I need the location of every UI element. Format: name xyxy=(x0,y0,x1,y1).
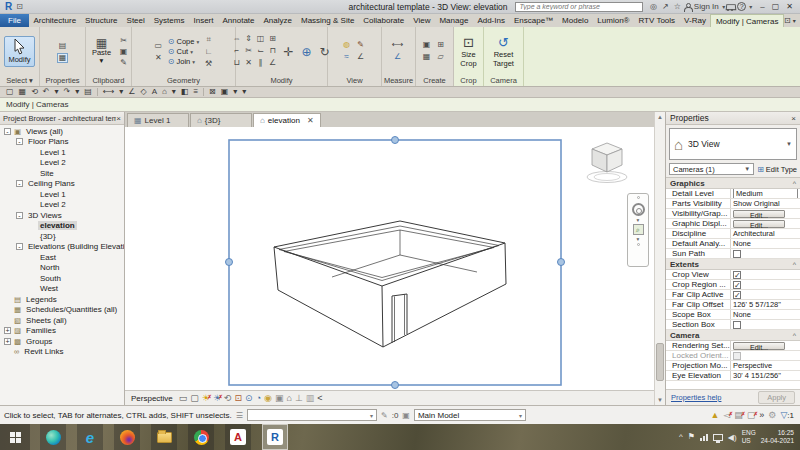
property-value[interactable]: None xyxy=(730,310,800,319)
demolish-hammer-icon[interactable]: ⚒ xyxy=(203,59,214,69)
edit-button[interactable]: Edit... xyxy=(733,220,785,228)
redo-icon[interactable]: ↷ xyxy=(62,87,73,97)
panel-label-view[interactable]: View xyxy=(328,76,381,86)
view-tab-elevation[interactable]: ⌂elevation✕ xyxy=(253,113,321,127)
paste-aligned-icon[interactable]: ▭ xyxy=(153,41,164,51)
property-value[interactable]: Edit... xyxy=(730,209,800,218)
match-type-properties-icon[interactable]: ✎ xyxy=(118,58,129,68)
pin-icon[interactable]: ⊓ xyxy=(267,46,278,56)
subscription-icon[interactable]: ↗ xyxy=(662,2,669,12)
section-header-extents[interactable]: Extents^ xyxy=(666,259,800,270)
restore-icon[interactable]: ▢ xyxy=(772,2,780,12)
measure-icon[interactable]: ⟷ xyxy=(101,87,116,97)
ribbon-tab-modify-cameras[interactable]: Modify | Cameras xyxy=(710,14,784,27)
tree-item-level-2[interactable]: Level 2 xyxy=(0,200,124,211)
copy-icon[interactable]: ⊕ xyxy=(299,44,314,59)
tag-by-category-icon[interactable]: ◇ xyxy=(138,87,148,97)
property-value[interactable]: Edit... xyxy=(730,219,800,228)
tree-item-west[interactable]: West xyxy=(0,284,124,295)
checkbox[interactable] xyxy=(733,250,741,258)
measure-between-references-icon[interactable]: ⟷ xyxy=(392,40,403,50)
unpin-icon[interactable]: ⊔ xyxy=(231,58,242,68)
temporary-hide-isolate-icon[interactable]: ◔ xyxy=(256,392,261,404)
checkbox[interactable]: ✓ xyxy=(733,281,741,289)
worksharing-display-icon[interactable]: ▥ xyxy=(306,392,315,404)
wall-joins-icon[interactable]: ⌗ xyxy=(203,35,214,45)
properties-palette-icon[interactable]: ▦ xyxy=(57,53,68,63)
panel-label-properties[interactable]: Properties xyxy=(40,76,85,86)
tree-item-3d-views[interactable]: -3D Views xyxy=(0,210,124,221)
collapse-icon[interactable]: - xyxy=(16,138,23,145)
scroll-down-icon[interactable]: ▼ xyxy=(657,395,663,405)
visual-style-icon[interactable]: ▢ xyxy=(190,392,199,404)
array-icon[interactable]: ⊞ xyxy=(267,34,278,44)
edit-button[interactable]: Edit... xyxy=(733,342,785,350)
hide-lightbulb-icon[interactable]: ◍ xyxy=(341,40,352,50)
ribbon-tab-enscape[interactable]: Enscape™ xyxy=(509,14,557,27)
element-filter-combo[interactable]: Cameras (1) ▼ xyxy=(669,163,754,175)
account-icon[interactable] xyxy=(683,3,691,11)
panel-label-modify[interactable]: Modify xyxy=(236,76,327,86)
thin-lines-icon[interactable]: ≡ xyxy=(191,87,200,97)
sun-path-icon[interactable]: ☀✗ xyxy=(202,392,210,404)
ribbon-tab-collaborate[interactable]: Collaborate xyxy=(359,14,409,27)
section-header-camera[interactable]: Camera^ xyxy=(666,330,800,341)
text-icon[interactable]: A xyxy=(150,87,159,97)
tree-item-level-2[interactable]: Level 2 xyxy=(0,158,124,169)
close-inactive-views-icon[interactable]: ⊠ xyxy=(207,87,218,97)
worksets-icon[interactable]: ▲ xyxy=(710,409,719,421)
search-binoculars-icon[interactable]: ◎ xyxy=(650,2,657,12)
internet-explorer-icon[interactable]: e xyxy=(77,424,103,450)
delete-geometry-icon[interactable]: ✕ xyxy=(153,53,164,63)
tree-item-site[interactable]: Site xyxy=(0,168,124,179)
show-crop-region-icon[interactable]: ⊡ xyxy=(235,392,243,404)
tree-item-groups[interactable]: +▩Groups xyxy=(0,336,124,347)
view-tab-level-1[interactable]: ▦Level 1 xyxy=(127,113,189,127)
ribbon-tab-view[interactable]: View xyxy=(409,14,435,27)
property-value[interactable]: Architectural xyxy=(730,229,800,238)
editing-requests-icon[interactable]: ▢✗ xyxy=(747,409,756,421)
tree-item-legends[interactable]: ▤Legends xyxy=(0,294,124,305)
3d-view-dropdown-icon[interactable]: ▾ xyxy=(170,87,178,97)
hidden-icons-chevron-icon[interactable]: ^ xyxy=(679,432,683,442)
ribbon-tab-massing-site[interactable]: Massing & Site xyxy=(296,14,358,27)
zoom-dropdown-icon[interactable]: ▾ xyxy=(637,236,640,242)
tree-item-views-all[interactable]: -▣Views (all) xyxy=(0,126,124,137)
tree-item-ceiling-plans[interactable]: -Ceiling Plans xyxy=(0,179,124,190)
reveal-hidden-elements-icon[interactable]: ◉ xyxy=(264,392,272,404)
customize-qat-icon[interactable]: ▾ xyxy=(240,87,248,97)
mirror-pick-axis-icon[interactable]: ◫ xyxy=(255,34,266,44)
crop-handle-bottom[interactable] xyxy=(392,382,399,389)
size-crop-button[interactable]: ⊡ Size Crop xyxy=(456,32,480,71)
edge-icon[interactable] xyxy=(40,424,66,450)
reveal-constraints-icon[interactable]: ⊥ xyxy=(295,392,303,404)
canvas[interactable]: ▾ ⌕ ▾ xyxy=(125,127,654,390)
shadows-icon[interactable]: ☀✗ xyxy=(213,392,221,404)
default-3d-view-icon[interactable]: ⌂ xyxy=(160,87,169,97)
property-value[interactable]: None xyxy=(730,239,800,248)
paste-button[interactable]: ▦ Paste ▾ xyxy=(88,35,115,68)
property-value[interactable]: ✓ xyxy=(730,280,800,289)
worksets-combo[interactable]: ▾ xyxy=(247,409,377,421)
print-icon[interactable]: ▤ xyxy=(82,87,94,97)
dropdown-icon[interactable]: ▾ xyxy=(196,39,199,45)
section-icon[interactable]: ◧ xyxy=(179,87,191,97)
tree-item-level-1[interactable]: Level 1 xyxy=(0,147,124,158)
view-tab-3d[interactable]: ⌂{3D} xyxy=(190,113,252,127)
steering-wheel-icon[interactable] xyxy=(632,203,645,216)
ribbon-tab-architecture[interactable]: Architecture xyxy=(29,14,81,27)
apply-button[interactable]: Apply xyxy=(758,391,795,404)
ribbon-tab-manage[interactable]: Manage xyxy=(435,14,473,27)
unlocked-view-icon[interactable]: ⊙ xyxy=(245,392,253,404)
expand-icon[interactable]: + xyxy=(4,327,11,334)
create-group-icon[interactable]: ▣ xyxy=(421,40,432,50)
trim-corner-icon[interactable]: ∠ xyxy=(267,58,278,68)
edit-type-button[interactable]: ⊞ Edit Type xyxy=(757,165,797,174)
checkbox[interactable]: ✓ xyxy=(733,271,741,279)
temporary-view-properties-icon[interactable]: ▣ xyxy=(275,392,284,404)
crop-handle-left[interactable] xyxy=(226,259,233,266)
modify-button[interactable]: Modify xyxy=(4,36,34,67)
property-value[interactable] xyxy=(730,351,800,360)
file-explorer-icon[interactable] xyxy=(151,424,177,450)
minimize-icon[interactable]: – xyxy=(760,2,764,12)
